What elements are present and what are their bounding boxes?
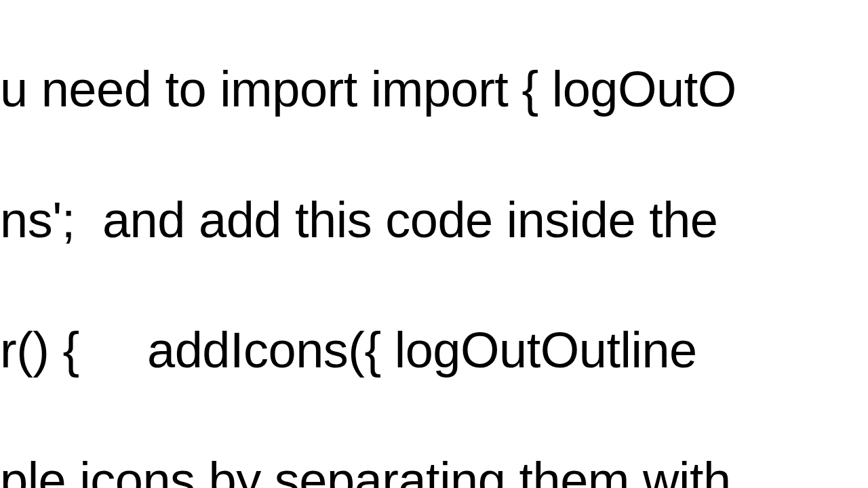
code-instruction-text: u need to import import { logOutO ns'; a… <box>0 0 868 488</box>
text-line-2: ns'; and add this code inside the <box>0 188 868 253</box>
text-line-1: u need to import import { logOutO <box>0 57 868 122</box>
text-line-3: r() { addIcons({ logOutOutline <box>0 318 868 383</box>
text-line-4: ple icons by separating them with <box>0 448 868 488</box>
